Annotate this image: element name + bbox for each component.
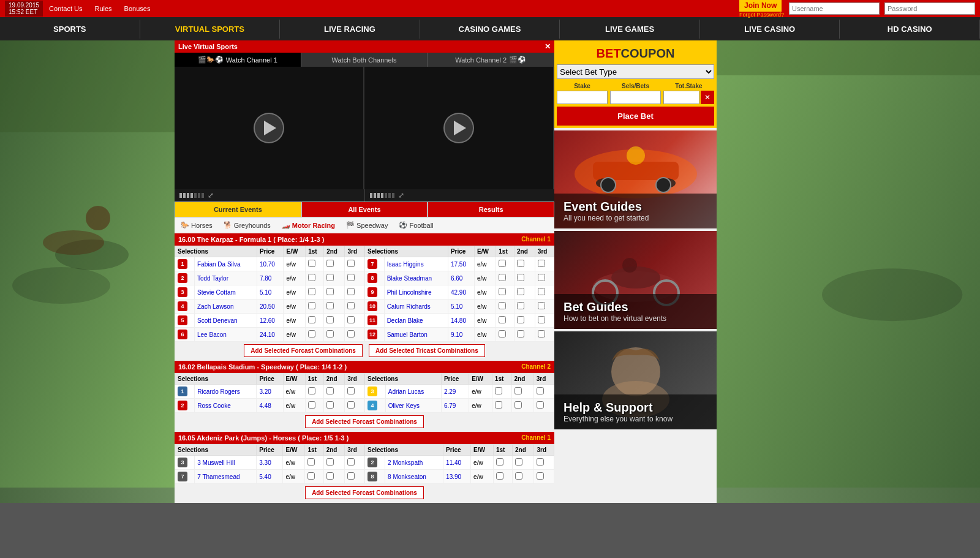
tricast-btn-1[interactable]: Add Selected Tricast Combinations (369, 344, 485, 357)
tot-stake-input[interactable] (663, 91, 699, 104)
runner-name[interactable]: Blake Steadman (384, 271, 448, 285)
runner-1st[interactable] (305, 399, 323, 413)
runner-1st[interactable] (492, 385, 511, 399)
runner-price[interactable]: 6.79 (441, 399, 469, 413)
runner-1st[interactable] (306, 271, 324, 285)
runner-2nd[interactable] (514, 271, 535, 285)
rules-link[interactable]: Rules (94, 5, 111, 12)
sels-bets-input[interactable] (610, 91, 661, 104)
runner-name[interactable]: 8 Monkseaton (385, 470, 443, 484)
runner-3rd[interactable] (535, 271, 554, 285)
runner-2nd[interactable] (324, 271, 345, 285)
runner-price[interactable]: 6.60 (448, 271, 474, 285)
runner-1st[interactable] (494, 470, 513, 484)
password-input[interactable] (884, 2, 975, 15)
runner-3rd[interactable] (345, 470, 364, 484)
runner-name[interactable]: 7 Thamesmead (195, 470, 257, 484)
runner-3rd[interactable] (535, 328, 554, 342)
promo-bet-guides[interactable]: Bet Guides How to bet on the virtual eve… (554, 231, 717, 329)
runner-price[interactable]: 3.30 (257, 456, 283, 470)
nav-sports[interactable]: SPORTS (0, 20, 140, 39)
runner-name[interactable]: Phil Lincolnshire (384, 285, 448, 300)
bet-type-select[interactable]: Select Bet Type (557, 64, 714, 79)
play-button-1[interactable] (254, 113, 284, 143)
runner-1st[interactable] (306, 328, 324, 342)
runner-name[interactable]: 2 Monkspath (385, 456, 443, 470)
runner-price[interactable]: 10.70 (257, 257, 284, 271)
runner-2nd[interactable] (514, 285, 535, 300)
runner-name[interactable]: Ross Cooke (195, 399, 257, 413)
promo-event-guides[interactable]: Event Guides All you need to get started (554, 130, 717, 228)
username-input[interactable] (789, 2, 880, 15)
runner-3rd[interactable] (535, 257, 554, 271)
runner-name[interactable]: Scott Denevan (195, 314, 257, 328)
runner-2nd[interactable] (323, 385, 345, 399)
runner-name[interactable]: Stevie Cottam (195, 285, 257, 300)
runner-3rd[interactable] (345, 328, 364, 342)
filter-horses[interactable]: 🐎 Horses (178, 220, 215, 230)
join-now-button[interactable]: Join Now (739, 0, 782, 12)
runner-2nd[interactable] (514, 314, 535, 328)
runner-name[interactable]: Adrian Lucas (385, 385, 441, 399)
runner-1st[interactable] (306, 300, 324, 314)
place-bet-button[interactable]: Place Bet (557, 107, 714, 126)
forecast-btn-2[interactable]: Add Selected Forcast Combinations (305, 415, 424, 428)
promo-help-support[interactable]: Help & Support Everything else you want … (554, 331, 717, 429)
stake-input[interactable] (557, 91, 608, 104)
runner-price[interactable]: 5.10 (448, 300, 474, 314)
runner-name[interactable]: Lee Bacon (195, 328, 257, 342)
runner-3rd[interactable] (345, 257, 364, 271)
runner-price[interactable]: 9.10 (448, 328, 474, 342)
volume-bar-2[interactable] (370, 193, 394, 198)
runner-3rd[interactable] (345, 314, 364, 328)
forgot-password-link[interactable]: Forgot Password? (739, 12, 784, 18)
panel-close-button[interactable]: ✕ (545, 42, 551, 51)
runner-price[interactable]: 13.90 (443, 470, 471, 484)
channel-tab-both[interactable]: Watch Both Channels (301, 53, 428, 67)
runner-price[interactable]: 2.29 (441, 385, 469, 399)
runner-1st[interactable] (305, 385, 323, 399)
runner-1st[interactable] (496, 328, 514, 342)
runner-1st[interactable] (496, 314, 514, 328)
runner-2nd[interactable] (324, 314, 345, 328)
clear-bet-button[interactable]: ✕ (701, 91, 714, 104)
runner-price[interactable]: 42.90 (448, 285, 474, 300)
channel-tab-1[interactable]: 🎬🐎⚽ Watch Channel 1 (175, 53, 301, 67)
runner-name[interactable]: Samuel Barton (384, 328, 448, 342)
runner-price[interactable]: 14.80 (448, 314, 474, 328)
runner-price[interactable]: 3.20 (257, 385, 283, 399)
volume-bar-1[interactable] (179, 193, 204, 198)
runner-name[interactable]: Calum Richards (384, 300, 448, 314)
runner-1st[interactable] (496, 271, 514, 285)
runner-price[interactable]: 17.50 (448, 257, 474, 271)
betting-tab-all[interactable]: All Events (301, 202, 428, 217)
runner-3rd[interactable] (535, 300, 554, 314)
runner-price[interactable]: 12.60 (257, 314, 284, 328)
runner-3rd[interactable] (534, 470, 554, 484)
runner-2nd[interactable] (514, 300, 535, 314)
runner-price[interactable]: 11.40 (443, 456, 471, 470)
nav-live-casino[interactable]: LIVE CASINO (700, 20, 840, 39)
fullscreen-icon-1[interactable]: ⤢ (208, 191, 214, 200)
nav-hd-casino[interactable]: HD CASINO (840, 20, 980, 39)
play-button-2[interactable] (443, 113, 474, 143)
forecast-btn-1[interactable]: Add Selected Forcast Combinations (244, 344, 363, 357)
filter-football[interactable]: ⚽ Football (396, 220, 435, 230)
runner-name[interactable]: Todd Taylor (195, 271, 257, 285)
runner-2nd[interactable] (511, 385, 533, 399)
nav-casino-games[interactable]: CASINO GAMES (420, 20, 560, 39)
runner-3rd[interactable] (535, 285, 554, 300)
runner-3rd[interactable] (345, 285, 364, 300)
runner-1st[interactable] (305, 456, 323, 470)
nav-virtual-sports[interactable]: VIRTUAL SPORTS (140, 20, 281, 39)
filter-speedway[interactable]: 🏁 Speedway (344, 220, 390, 230)
runner-1st[interactable] (305, 470, 323, 484)
runner-price[interactable]: 5.40 (257, 470, 283, 484)
runner-2nd[interactable] (513, 470, 534, 484)
runner-name[interactable]: 3 Muswell Hill (195, 456, 257, 470)
runner-2nd[interactable] (323, 399, 345, 413)
bonuses-link[interactable]: Bonuses (124, 5, 151, 12)
runner-name[interactable]: Zach Lawson (195, 300, 257, 314)
runner-3rd[interactable] (533, 399, 554, 413)
contact-us-link[interactable]: Contact Us (49, 5, 82, 12)
